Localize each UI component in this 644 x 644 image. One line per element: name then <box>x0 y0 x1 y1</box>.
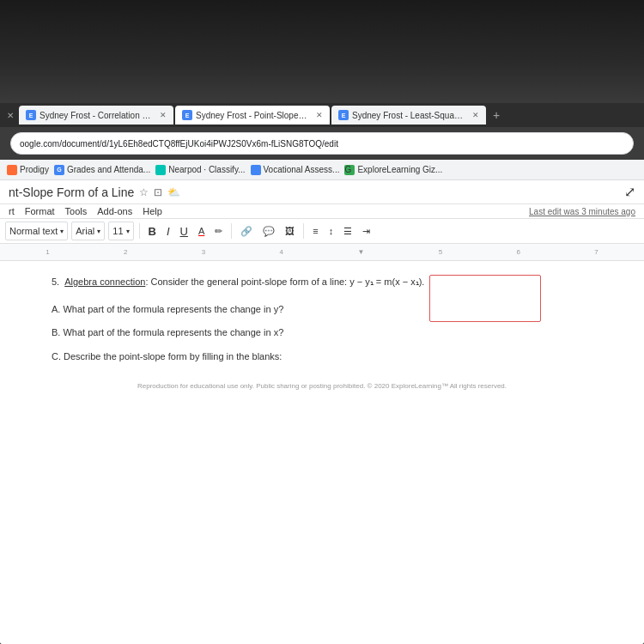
new-tab-button[interactable]: + <box>488 108 505 122</box>
style-label: Normal text <box>9 226 58 236</box>
font-select[interactable]: Arial ▾ <box>71 222 105 240</box>
tab-icon-leastsquares: E <box>338 110 349 120</box>
indent-button[interactable]: ⇥ <box>359 224 374 239</box>
underline-button[interactable]: U <box>177 223 191 240</box>
question-num: 5. <box>52 275 59 290</box>
tab-close-correlation[interactable]: ✕ <box>160 111 167 119</box>
tab-close-leastsquares[interactable]: ✕ <box>472 111 479 119</box>
tab-leastsquares[interactable]: E Sydney Frost - Least-Squares Be... ✕ <box>331 106 486 125</box>
nearpod-icon <box>155 165 166 175</box>
expand-icon[interactable]: ⤢ <box>624 184 635 200</box>
bookmark-explore[interactable]: G ExploreLearning Giz... <box>344 165 442 175</box>
ruler: 1 2 3 4 ▼ 5 6 7 <box>0 244 644 261</box>
bookmark-grades-label: Grades and Attenda... <box>67 165 150 174</box>
menu-addons[interactable]: Add-ons <box>97 206 132 216</box>
link-button[interactable]: 🔗 <box>237 224 256 239</box>
menu-bar: rt Format Tools Add-ons Help Last edit w… <box>0 204 644 219</box>
sub-question-b: B. What part of the formula represents t… <box>52 325 592 341</box>
menu-format[interactable]: Format <box>25 206 55 216</box>
text-highlight-button[interactable]: ✏ <box>211 224 226 239</box>
align-button[interactable]: ≡ <box>309 224 321 238</box>
doc-title-bar: nt-Slope Form of a Line ☆ ⊡ ⛅ ⤢ <box>0 180 644 204</box>
doc-title: nt-Slope Form of a Line <box>9 185 134 199</box>
explore-icon: G <box>344 165 355 175</box>
question-5: 5. Algebra connection: Consider the gene… <box>52 275 592 290</box>
menu-help[interactable]: Help <box>143 206 162 216</box>
address-bar[interactable]: oogle.com/document/d/1yL6Eh8edCTQ8ffEjUK… <box>10 132 634 155</box>
tab-label-leastsquares: Sydney Frost - Least-Squares Be... <box>352 111 465 120</box>
style-chevron: ▾ <box>60 228 64 235</box>
ruler-marks: 1 2 3 4 ▼ 5 6 7 <box>9 248 635 256</box>
bookmark-prodigy[interactable]: Prodigy <box>7 165 49 175</box>
text-color-button[interactable]: A <box>195 224 208 238</box>
toolbar-sep-3 <box>303 223 304 239</box>
vocational-icon <box>251 165 261 175</box>
ruler-mark-8: 7 <box>594 248 598 256</box>
ruler-mark-4: 4 <box>280 248 283 256</box>
menu-rt[interactable]: rt <box>9 206 15 216</box>
ruler-mark-6: 5 <box>439 248 442 256</box>
bookmark-grades[interactable]: G Grades and Attenda... <box>54 165 150 175</box>
bookmark-vocational-label: Vocational Assess... <box>264 165 340 174</box>
toolbar: Normal text ▾ Arial ▾ 11 ▾ B I U A ✏ 🔗 💬… <box>0 219 644 244</box>
tab-label-pointslope: Sydney Frost - Point-Slope Form <box>196 111 309 120</box>
browser-screen: ✕ E Sydney Frost - Correlation - Goo... … <box>0 103 644 644</box>
tab-icon-correlation: E <box>26 110 36 120</box>
size-chevron: ▾ <box>126 228 130 235</box>
address-text: oogle.com/document/d/1yL6Eh8edCTQ8ffEjUK… <box>20 139 624 149</box>
tab-pointslope[interactable]: E Sydney Frost - Point-Slope Form ✕ <box>175 106 330 125</box>
bookmark-prodigy-label: Prodigy <box>20 165 49 174</box>
sub-b-text: B. What part of the formula represents t… <box>52 325 283 341</box>
star-icon[interactable]: ☆ <box>139 186 149 198</box>
font-chevron: ▾ <box>97 228 100 235</box>
sub-a-text: A. What part of the formula represents t… <box>52 302 283 318</box>
sub-c-text: C. Describe the point-slope form by fill… <box>52 349 282 365</box>
line-spacing-button[interactable]: ↕ <box>325 224 337 238</box>
question-body: : Consider the general point-slope form … <box>145 276 424 287</box>
bookmark-vocational[interactable]: Vocational Assess... <box>251 165 340 175</box>
doc-content: 5. Algebra connection: Consider the gene… <box>0 261 644 406</box>
ruler-mark-5: ▼ <box>357 248 364 256</box>
bookmarks-bar: Prodigy G Grades and Attenda... Nearpod … <box>0 160 644 180</box>
sub-question-c: C. Describe the point-slope form by fill… <box>52 349 592 365</box>
style-select[interactable]: Normal text ▾ <box>5 222 68 240</box>
window-close[interactable]: ✕ <box>3 111 17 120</box>
bookmark-explore-label: ExploreLearning Giz... <box>357 165 442 174</box>
doc-footer: Reproduction for educational use only. P… <box>52 381 592 392</box>
ruler-mark-1: 1 <box>46 248 49 256</box>
bookmark-nearpod-label: Nearpod · Classify... <box>168 165 245 174</box>
text-color-label: A <box>198 226 204 236</box>
tab-correlation[interactable]: E Sydney Frost - Correlation - Goo... ✕ <box>19 106 173 125</box>
grades-icon: G <box>54 165 64 175</box>
toolbar-sep-1 <box>139 223 140 239</box>
last-edit-text: Last edit was 3 minutes ago <box>529 207 635 216</box>
image-button[interactable]: 🖼 <box>282 224 298 238</box>
answer-box[interactable] <box>429 275 541 322</box>
ruler-mark-3: 3 <box>202 248 205 256</box>
font-label: Arial <box>76 226 94 236</box>
doc-content-relative: 5. Algebra connection: Consider the gene… <box>52 275 592 392</box>
bookmark-nearpod[interactable]: Nearpod · Classify... <box>155 165 245 175</box>
prodigy-icon <box>7 165 17 175</box>
list-button[interactable]: ☰ <box>340 224 355 239</box>
question-text: Algebra connection: Consider the general… <box>64 275 424 290</box>
tab-label-correlation: Sydney Frost - Correlation - Goo... <box>39 111 153 120</box>
bold-button[interactable]: B <box>145 223 160 240</box>
ruler-mark-7: 6 <box>517 248 520 256</box>
ruler-mark-2: 2 <box>124 248 127 256</box>
comment-button[interactable]: 💬 <box>259 224 278 239</box>
question-label: Algebra connection <box>64 276 145 287</box>
menu-tools[interactable]: Tools <box>65 206 88 216</box>
size-label: 11 <box>112 226 123 236</box>
italic-button[interactable]: I <box>163 223 173 240</box>
tab-close-pointslope[interactable]: ✕ <box>316 111 323 119</box>
cloud-icon[interactable]: ⛅ <box>167 186 180 198</box>
toolbar-sep-2 <box>231 223 232 239</box>
room-background <box>0 0 644 103</box>
tab-icon-pointslope: E <box>182 110 192 120</box>
folder-icon[interactable]: ⊡ <box>154 186 162 198</box>
tab-bar: ✕ E Sydney Frost - Correlation - Goo... … <box>0 103 644 127</box>
size-select[interactable]: 11 ▾ <box>108 222 133 240</box>
